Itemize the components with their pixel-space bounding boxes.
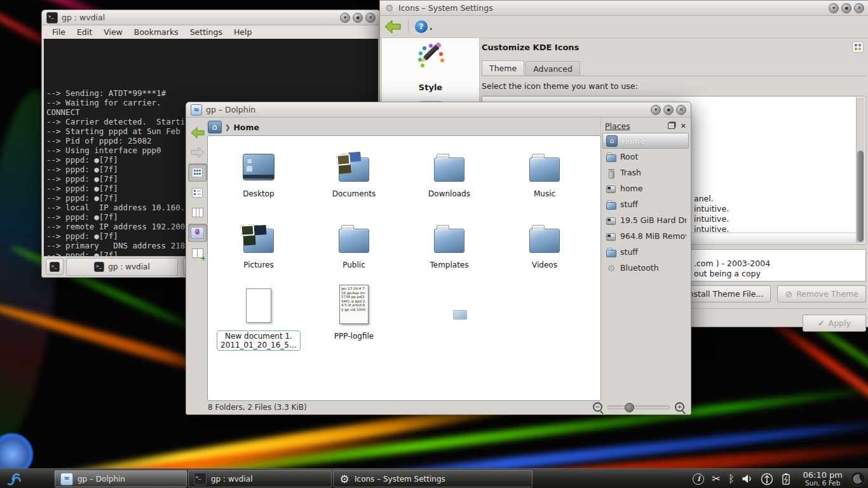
folder-view[interactable]: Desktop Documents Downloads Musi	[207, 135, 601, 401]
zoom-slider-handle[interactable]	[625, 403, 634, 412]
terminal-tab[interactable]: gp : wvdial	[66, 258, 178, 276]
file-item[interactable]: Public	[306, 212, 402, 283]
places-item[interactable]: 964.8 MiB Remov…	[602, 228, 689, 244]
titlebar-system-settings[interactable]: Icons – System Settings ▾ ▪ ✕	[380, 1, 868, 16]
apply-button[interactable]: Apply	[803, 315, 866, 332]
klipper-scissors-icon[interactable]: ✂	[712, 474, 720, 484]
volume-icon[interactable]	[742, 474, 753, 484]
minimize-button[interactable]: ▾	[829, 3, 839, 13]
help-icon[interactable]: ?	[415, 20, 428, 33]
columns-view-button[interactable]	[189, 204, 207, 221]
close-button[interactable]: ✕	[854, 3, 864, 13]
minimize-button[interactable]: ▾	[651, 105, 661, 115]
task-label: Icons – System Settings	[355, 475, 445, 484]
places-item[interactable]: Bluetooth	[602, 260, 689, 276]
places-item[interactable]: stuff	[602, 244, 689, 260]
theme-list-row[interactable]: intuitive.	[694, 204, 729, 214]
file-label: Pictures	[240, 259, 278, 271]
taskbar-task-system-settings[interactable]: Icons – System Settings	[333, 470, 532, 487]
bluetooth-icon[interactable]: ᛒ	[728, 474, 735, 484]
zoom-in-icon[interactable]: +	[675, 402, 684, 412]
plasma-cashew-icon[interactable]	[850, 471, 865, 487]
maximize-button[interactable]: ▪	[841, 3, 851, 13]
theme-list-row[interactable]: intuitive.	[694, 214, 729, 224]
app-launcher-button[interactable]	[0, 469, 27, 488]
places-item[interactable]: stuff	[602, 196, 689, 212]
notifications-icon[interactable]: i	[693, 473, 704, 485]
digital-clock[interactable]: 06:10 pm Sun, 6 Feb	[803, 471, 843, 487]
window-title: gp – Dolphin	[206, 105, 255, 114]
settings-tab[interactable]: Advanced	[526, 61, 580, 76]
forward-button[interactable]	[189, 144, 207, 161]
breadcrumb-home[interactable]: Home	[233, 123, 259, 132]
titlebar-konsole[interactable]: gp : wvdial ▾ ▪ ✕	[42, 10, 380, 25]
minimize-button[interactable]: ▾	[340, 13, 350, 23]
file-item[interactable]: Music	[497, 141, 592, 212]
back-icon[interactable]	[384, 19, 402, 34]
maximize-button[interactable]: ▪	[353, 13, 363, 23]
sidebar-item-style[interactable]: Style	[414, 44, 447, 92]
icons-view-button[interactable]	[188, 163, 207, 182]
battery-monitor-icon[interactable]	[781, 473, 791, 485]
taskbar-task-dolphin[interactable]: gp – Dolphin	[55, 470, 187, 487]
remove-theme-button[interactable]: Remove Theme	[777, 285, 866, 302]
maximize-button[interactable]: ▪	[663, 105, 674, 115]
places-item[interactable]: Root	[602, 149, 689, 165]
titlebar-dolphin[interactable]: gp – Dolphin ▾ ▪ ✕	[186, 102, 691, 118]
close-button[interactable]: ✕	[676, 105, 686, 115]
places-panel: Places ✕ Home Root	[600, 119, 689, 399]
clock-date: Sun, 6 Feb	[803, 479, 843, 487]
terminal-line: --> Sending: ATDT*99***1#	[46, 88, 376, 98]
places-item[interactable]: 19.5 GiB Hard Drive	[602, 212, 689, 228]
preview-button[interactable]	[188, 224, 207, 242]
split-view-icon	[192, 248, 203, 258]
icons-view-icon	[192, 168, 203, 177]
theme-list-row[interactable]: anel.	[694, 194, 714, 203]
menu-item[interactable]: View	[98, 26, 128, 38]
file-item[interactable]: Downloads	[402, 141, 497, 212]
menu-item[interactable]: File	[47, 26, 71, 38]
zoom-slider[interactable]	[607, 405, 670, 409]
gear-icon	[384, 3, 395, 13]
places-item-label: 19.5 GiB Hard Drive	[620, 215, 686, 225]
split-view-button[interactable]	[189, 245, 207, 262]
device-notifier-usb-icon[interactable]	[761, 473, 773, 485]
trisquel-logo-icon	[4, 470, 22, 488]
file-item[interactable]: Documents	[306, 141, 402, 212]
zoom-out-icon[interactable]: −	[593, 402, 602, 412]
file-item[interactable]: New document 1. 2011_01_20_16_5…	[211, 283, 306, 355]
places-item[interactable]: Trash	[602, 165, 689, 180]
details-view-button[interactable]	[189, 184, 207, 201]
detach-panel-icon[interactable]	[668, 123, 675, 129]
menu-item[interactable]: Settings	[185, 26, 227, 38]
file-item[interactable]: Desktop	[211, 141, 306, 212]
taskbar-panel: gp – Dolphin gp : wvdial Icons – System …	[0, 468, 868, 488]
menu-item[interactable]: Help	[229, 26, 257, 38]
toolbar: ?	[380, 16, 868, 38]
icon-grid-widget[interactable]	[852, 41, 864, 53]
places-item-label: stuff	[620, 200, 638, 209]
home-icon[interactable]: ⌂	[208, 121, 222, 133]
taskbar-task-konsole[interactable]: gp : wvdial	[188, 470, 332, 487]
places-item[interactable]: home	[602, 180, 689, 196]
file-item[interactable]: Templates	[402, 212, 497, 283]
file-item[interactable]: Pictures	[211, 212, 306, 283]
file-label: PPP-logfile	[330, 330, 377, 342]
settings-tab[interactable]: Theme	[482, 60, 524, 76]
places-item-label: Home	[621, 136, 645, 146]
menu-item[interactable]: Edit	[72, 26, 97, 38]
menu-item[interactable]: Bookmarks	[129, 26, 184, 38]
tab-label: gp : wvdial	[108, 262, 149, 271]
close-button[interactable]: ✕	[365, 13, 376, 23]
places-item[interactable]: Home	[602, 133, 689, 149]
drag-ghost-icon	[453, 310, 467, 320]
scrollbar[interactable]	[856, 97, 865, 243]
back-button[interactable]	[189, 124, 207, 141]
scrollbar-thumb[interactable]	[857, 151, 864, 242]
new-tab-button[interactable]	[46, 259, 64, 275]
description-line: .com ) - 2003-2004	[694, 259, 770, 268]
file-item[interactable]: Videos	[497, 212, 592, 283]
close-panel-icon[interactable]: ✕	[681, 122, 686, 130]
places-item-icon	[606, 215, 616, 226]
file-item[interactable]: Jan 17 09:4 7:18 gp-Asp ire-5738 pp pd[1…	[306, 283, 402, 355]
